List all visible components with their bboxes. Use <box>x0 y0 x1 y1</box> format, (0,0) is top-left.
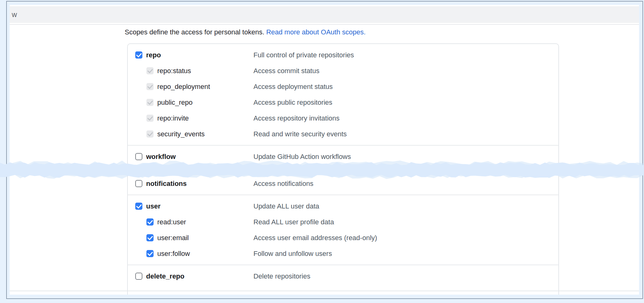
scope-row-repo_deployment: repo_deploymentAccess deployment status <box>128 79 558 94</box>
scope-row-user: userUpdate ALL user data <box>128 198 558 214</box>
scope-description: Read and write security events <box>253 130 347 138</box>
scope-cell: user:email <box>128 234 253 242</box>
checkbox-public_repo <box>146 99 154 106</box>
scopes-box: repoFull control of private repositories… <box>127 43 559 295</box>
scope-description: Follow and unfollow users <box>253 250 332 258</box>
scope-row-user:email: user:emailAccess user email addresses (r… <box>128 230 558 246</box>
scope-label: user <box>146 202 160 210</box>
scope-group: workflowUpdate GitHub Action workflows <box>128 145 558 168</box>
scope-group: userUpdate ALL user dataread:userRead AL… <box>128 195 558 265</box>
scope-group: notificationsAccess notifications <box>128 172 558 195</box>
scope-label: repo:status <box>157 67 191 75</box>
scope-label: notifications <box>146 180 187 188</box>
checkbox-user:follow[interactable] <box>146 250 154 257</box>
scope-cell: repo_deployment <box>128 83 253 91</box>
scope-cell: workflow <box>128 153 253 161</box>
scope-row-public_repo: public_repoAccess public repositories <box>128 94 558 110</box>
query-text: w <box>12 11 17 19</box>
checkbox-read:user[interactable] <box>146 218 154 226</box>
scope-group: repoFull control of private repositories… <box>128 44 558 145</box>
checkbox-repo:invite <box>146 115 154 122</box>
scope-description: Update ALL user data <box>253 202 319 210</box>
scopes-intro-text: Scopes define the access for personal to… <box>125 28 266 36</box>
scope-description: Full control of private repositories <box>253 51 354 59</box>
scope-label: repo <box>146 51 161 59</box>
scope-row-repo: repoFull control of private repositories <box>128 47 558 63</box>
scope-label: security_events <box>157 130 205 138</box>
checkbox-repo:status <box>146 67 154 74</box>
scope-label: read:user <box>157 218 186 226</box>
scope-description: Access user email addresses (read-only) <box>253 234 377 242</box>
scope-cell: user:follow <box>128 250 253 258</box>
scope-row-user:follow: user:followFollow and unfollow users <box>128 246 558 261</box>
scope-row-repo:status: repo:statusAccess commit status <box>128 63 558 79</box>
scope-description: Access public repositories <box>253 99 332 107</box>
scope-description: Read ALL user profile data <box>253 218 334 226</box>
scope-cell: public_repo <box>128 99 253 107</box>
scope-cell: notifications <box>128 180 253 188</box>
checkbox-delete_repo[interactable] <box>135 273 142 280</box>
checkbox-security_events <box>146 130 154 138</box>
scope-description: Delete repositories <box>253 272 310 280</box>
scope-label: workflow <box>146 153 176 161</box>
checkbox-user[interactable] <box>135 203 142 210</box>
scope-label: delete_repo <box>146 272 185 280</box>
checkbox-notifications[interactable] <box>135 180 142 187</box>
scope-cell: user <box>128 202 253 210</box>
oauth-scopes-link[interactable]: Read more about OAuth scopes. <box>266 28 365 36</box>
scopes-intro: Scopes define the access for personal to… <box>125 28 639 37</box>
query-bar[interactable]: w <box>10 6 639 23</box>
scope-cell: read:user <box>128 218 253 226</box>
scope-label: repo:invite <box>157 114 189 122</box>
scope-cell: repo:invite <box>128 114 253 122</box>
checkbox-repo_deployment <box>146 83 154 90</box>
checkbox-user:email[interactable] <box>146 234 154 241</box>
scope-row-read:user: read:userRead ALL user profile data <box>128 214 558 230</box>
scope-cell: delete_repo <box>128 272 253 280</box>
scope-row-repo:invite: repo:inviteAccess repository invitations <box>128 110 558 126</box>
checkbox-repo[interactable] <box>135 51 142 59</box>
scope-label: user:email <box>157 234 189 242</box>
scope-label: public_repo <box>157 99 193 107</box>
scope-description: Access repository invitations <box>253 114 340 122</box>
scope-description: Update GitHub Action workflows <box>253 153 351 161</box>
scope-description: Access notifications <box>253 180 313 188</box>
scope-description: Access deployment status <box>253 83 333 91</box>
scope-row-delete_repo: delete_repoDelete repositories <box>128 268 558 284</box>
page: w Scopes define the access for personal … <box>10 5 639 295</box>
scope-cell: repo <box>128 51 253 59</box>
scope-label: repo_deployment <box>157 83 210 91</box>
bottom-divider <box>10 291 639 291</box>
scope-cell: repo:status <box>128 67 253 75</box>
torn-gap <box>128 168 558 172</box>
scope-cell: security_events <box>128 130 253 138</box>
scope-row-security_events: security_eventsRead and write security e… <box>128 126 558 142</box>
header-divider <box>10 24 639 25</box>
scope-row-workflow: workflowUpdate GitHub Action workflows <box>128 149 558 165</box>
scope-row-notifications: notificationsAccess notifications <box>128 176 558 191</box>
checkbox-workflow[interactable] <box>135 153 142 160</box>
scope-label: user:follow <box>157 250 190 258</box>
scope-group: delete_repoDelete repositories <box>128 265 558 287</box>
scope-description: Access commit status <box>253 67 320 75</box>
